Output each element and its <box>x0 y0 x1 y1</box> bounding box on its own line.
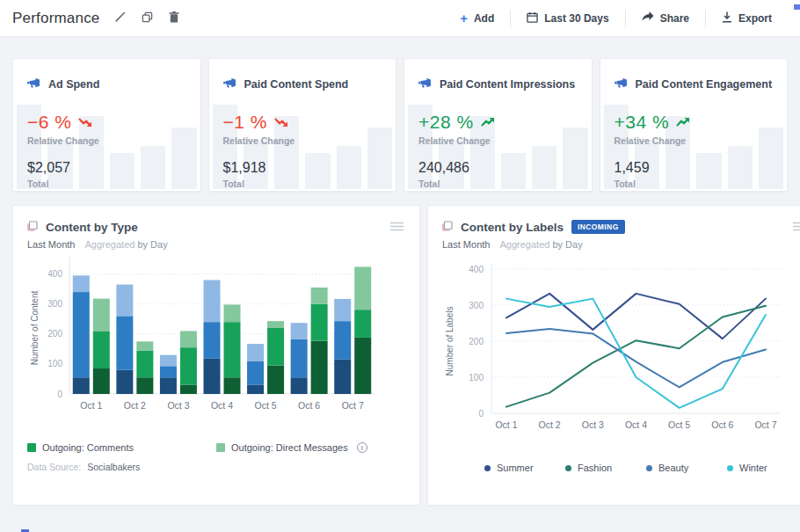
share-button[interactable]: Share <box>626 9 705 28</box>
legend-label: Outgoing: Direct Messages <box>231 442 348 453</box>
trend-arrow-icon <box>676 117 691 128</box>
svg-text:Oct 7: Oct 7 <box>342 400 364 411</box>
legend-item-beauty[interactable]: Beauty <box>646 463 727 473</box>
svg-text:Oct 1: Oct 1 <box>80 400 102 411</box>
kpi-total-value: 240,486 <box>418 160 578 176</box>
stacked-bar-chart: 0100200300400Oct 1Oct 2Oct 3Oct 4Oct 5Oc… <box>27 250 380 430</box>
legend-dot <box>646 465 652 471</box>
page-title: Performance <box>12 10 100 27</box>
kpi-total-value: 1,459 <box>615 160 774 176</box>
duplicate-button[interactable] <box>140 10 155 27</box>
megaphone-icon <box>615 77 628 92</box>
svg-text:0: 0 <box>57 390 62 399</box>
legend-item-outgoing-direct-messages[interactable]: Outgoing: Direct Messages i <box>216 442 405 453</box>
kpi-total-label: Total <box>418 179 578 189</box>
svg-text:Oct 2: Oct 2 <box>124 400 146 411</box>
svg-text:300: 300 <box>469 301 484 310</box>
svg-text:Oct 6: Oct 6 <box>298 400 320 411</box>
kpi-total-value: $2,057 <box>27 160 186 176</box>
chart-card-content-by-labels: Content by Labels INCOMING Last Month Ag… <box>427 205 800 506</box>
scrollbar-thumb[interactable] <box>794 4 800 10</box>
copy-icon <box>142 11 153 26</box>
kpi-total-value: $1,918 <box>223 160 382 176</box>
chart-period: Last Month <box>442 239 490 250</box>
hamburger-icon <box>390 221 404 234</box>
svg-text:100: 100 <box>469 373 484 383</box>
top-bar: Performance + Add Last 30 Days <box>0 0 800 37</box>
svg-text:Oct 2: Oct 2 <box>539 419 561 430</box>
delete-button[interactable] <box>167 10 181 27</box>
svg-text:100: 100 <box>47 359 62 368</box>
svg-text:200: 200 <box>469 337 484 346</box>
trash-icon <box>169 11 179 26</box>
svg-text:Number of Content: Number of Content <box>30 291 40 366</box>
pencil-icon <box>114 11 126 26</box>
info-icon[interactable]: i <box>357 442 367 453</box>
aggregated-value: by Day <box>552 239 582 250</box>
legend-item-winter[interactable]: Winter <box>727 463 800 473</box>
trend-arrow-icon <box>78 117 93 128</box>
bar-chart-legend: Outgoing: Comments Outgoing: Direct Mess… <box>27 442 405 453</box>
chart-menu-button[interactable] <box>389 219 405 236</box>
add-button-label: Add <box>474 12 494 25</box>
line-chart-legend: SummerFashionBeautyWinter <box>442 463 800 473</box>
legend-label: Beauty <box>658 463 688 473</box>
svg-text:Oct 5: Oct 5 <box>668 419 690 430</box>
svg-text:0: 0 <box>478 409 484 419</box>
kpi-total-label: Total <box>615 179 774 189</box>
legend-swatch <box>216 443 225 452</box>
aggregated-label: Aggregated <box>499 239 549 250</box>
kpi-total-label: Total <box>223 179 382 189</box>
date-range-button[interactable]: Last 30 Days <box>511 9 624 28</box>
kpi-title: Paid Content Spend <box>244 78 349 91</box>
kpi-change-value: +34 % <box>615 112 670 133</box>
chart-period: Last Month <box>27 239 75 250</box>
legend-item-summer[interactable]: Summer <box>484 463 565 473</box>
svg-text:Oct 3: Oct 3 <box>167 400 189 411</box>
chart-title: Content by Labels <box>461 221 564 234</box>
megaphone-icon <box>418 77 432 92</box>
kpi-change-value: −6 % <box>27 112 71 133</box>
svg-text:Oct 7: Oct 7 <box>754 419 776 430</box>
trend-arrow-icon <box>481 117 496 128</box>
share-label: Share <box>660 12 689 25</box>
legend-swatch <box>27 443 36 452</box>
hamburger-icon <box>793 221 800 234</box>
kpi-change-label: Relative Change <box>418 135 578 146</box>
legend-item-outgoing-comments[interactable]: Outgoing: Comments <box>27 442 216 453</box>
kpi-card-paid-content-spend: Paid Content Spend −1 % Relative Change … <box>208 58 397 192</box>
kpi-row: Ad Spend −6 % Relative Change $2,057 Tot… <box>12 58 788 192</box>
svg-text:Oct 4: Oct 4 <box>211 400 233 411</box>
kpi-total-label: Total <box>27 179 186 189</box>
svg-text:400: 400 <box>47 269 62 279</box>
export-button[interactable]: Export <box>706 9 788 28</box>
kpi-change-label: Relative Change <box>27 135 186 146</box>
svg-text:Oct 3: Oct 3 <box>582 419 604 430</box>
svg-text:Oct 4: Oct 4 <box>625 419 647 430</box>
share-icon <box>642 11 654 25</box>
svg-text:Oct 6: Oct 6 <box>711 419 733 430</box>
data-source: Data Source: Socialbakers <box>27 462 405 472</box>
data-source-value: Socialbakers <box>87 462 140 472</box>
megaphone-icon <box>223 77 236 92</box>
legend-dot <box>727 465 733 471</box>
svg-text:Oct 5: Oct 5 <box>255 400 277 411</box>
chart-title: Content by Type <box>46 221 138 234</box>
kpi-card-ad-spend: Ad Spend −6 % Relative Change $2,057 Tot… <box>12 58 201 192</box>
edit-button[interactable] <box>113 10 127 27</box>
svg-text:Oct 1: Oct 1 <box>495 419 517 430</box>
svg-text:300: 300 <box>47 299 62 309</box>
legend-item-fashion[interactable]: Fashion <box>565 463 646 473</box>
kpi-title: Paid Content Impressions <box>440 78 575 91</box>
chart-card-content-by-type: Content by Type Last Month Aggregated by… <box>12 205 420 506</box>
kpi-title: Paid Content Engagement <box>636 78 773 91</box>
trend-arrow-icon <box>274 117 289 128</box>
kpi-card-paid-content-impressions: Paid Content Impressions +28 % Relative … <box>404 58 593 192</box>
download-icon <box>722 11 732 26</box>
svg-text:400: 400 <box>469 265 484 274</box>
legend-label: Summer <box>497 463 534 473</box>
kpi-title: Ad Spend <box>48 78 99 91</box>
chart-menu-button[interactable] <box>791 219 800 236</box>
add-button[interactable]: + Add <box>444 9 510 28</box>
svg-text:200: 200 <box>47 329 62 339</box>
